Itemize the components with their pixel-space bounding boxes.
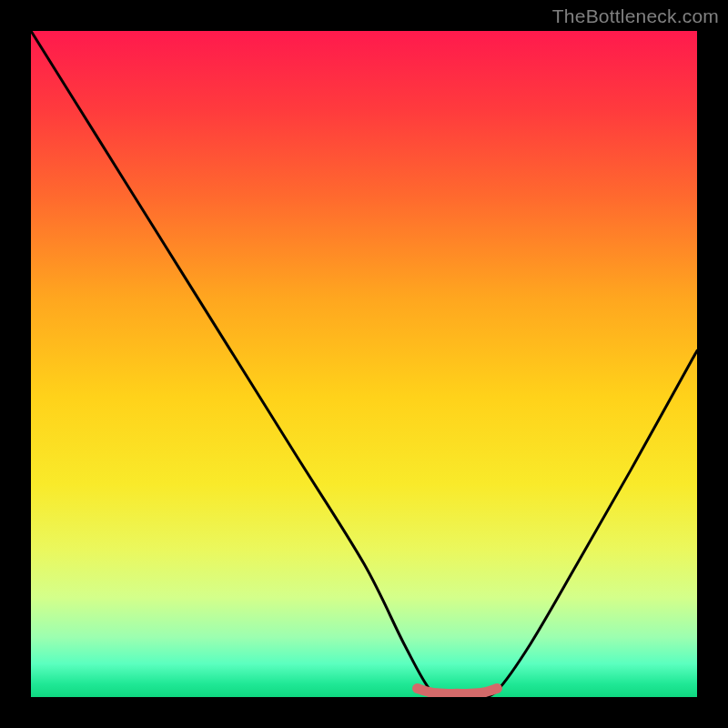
curve-layer — [31, 31, 697, 697]
highlight-segment — [418, 688, 498, 693]
watermark-text: TheBottleneck.com — [552, 5, 719, 27]
bottleneck-curve — [31, 31, 697, 697]
chart-frame: TheBottleneck.com — [0, 0, 728, 728]
plot-area — [31, 31, 697, 697]
